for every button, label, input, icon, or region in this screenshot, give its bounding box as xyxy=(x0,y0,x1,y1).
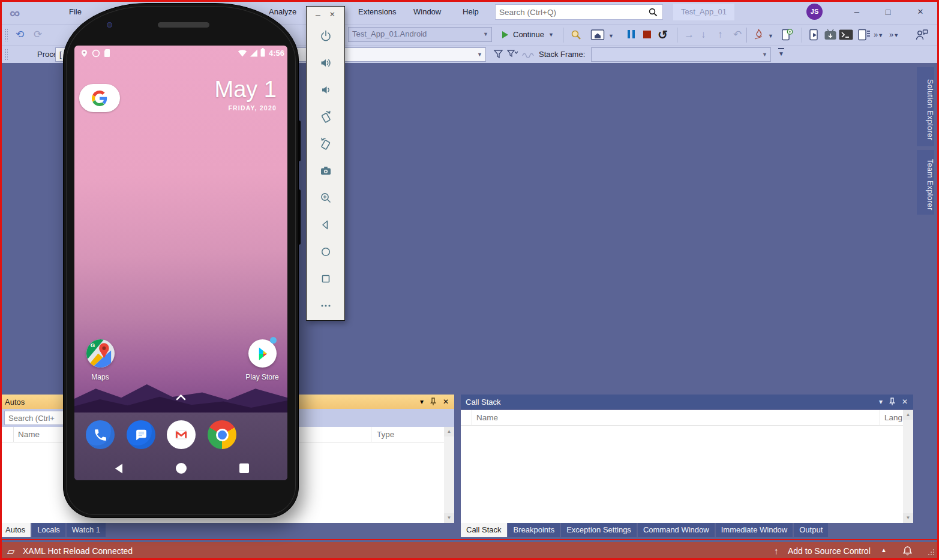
window-maximize-button[interactable]: □ xyxy=(875,0,901,24)
toolbar-grip[interactable] xyxy=(4,28,8,41)
emulator-back-icon[interactable] xyxy=(307,211,344,238)
chevron-up-icon[interactable]: ▲ xyxy=(881,547,887,553)
filter-dropdown-icon[interactable] xyxy=(507,49,518,59)
emulator-power-icon[interactable] xyxy=(307,22,344,49)
tab-autos[interactable]: Autos xyxy=(0,523,31,537)
panel-close-icon[interactable]: ✕ xyxy=(902,395,908,409)
navigate-back-icon[interactable]: ⟲ xyxy=(16,29,24,40)
stop-debugging-button[interactable] xyxy=(643,31,651,38)
toolbar-overflow-icon[interactable]: ▼ xyxy=(778,48,784,58)
emulator-volume-up-icon[interactable] xyxy=(307,49,344,76)
menu-extensions[interactable]: Extensions xyxy=(355,0,400,24)
play-store-app-icon[interactable] xyxy=(248,339,277,368)
step-over-icon[interactable]: → xyxy=(684,29,694,40)
emulator-volume-down-icon[interactable] xyxy=(307,76,344,103)
extensions-dropdown-icon[interactable]: »▼ xyxy=(889,30,899,39)
console-icon[interactable] xyxy=(839,29,853,40)
filter-icon[interactable] xyxy=(493,49,503,59)
tab-call-stack[interactable]: Call Stack xyxy=(461,523,507,537)
tab-output[interactable]: Output xyxy=(794,523,828,537)
gmail-app-icon[interactable] xyxy=(167,420,196,449)
tab-immediate-window[interactable]: Immediate Window xyxy=(716,523,793,537)
restart-icon[interactable]: ↺ xyxy=(658,29,668,41)
callstack-column-language[interactable]: Lang xyxy=(884,410,902,426)
device-log-icon[interactable] xyxy=(857,28,871,41)
phone-screen[interactable]: 4:56 May 1 FRIDAY, 2020 G xyxy=(74,46,287,480)
panel-close-icon[interactable]: ✕ xyxy=(443,395,449,409)
window-minimize-button[interactable]: – xyxy=(844,0,870,24)
chrome-app-icon[interactable] xyxy=(208,420,236,449)
nav-overview-button[interactable] xyxy=(239,463,249,473)
emulator-more-icon[interactable] xyxy=(307,292,344,319)
messages-app-icon[interactable] xyxy=(127,420,155,449)
user-avatar[interactable]: JS xyxy=(806,4,823,20)
sidebar-tab-team-explorer[interactable]: Team Explorer xyxy=(917,150,934,215)
search-solution-icon[interactable] xyxy=(570,29,583,41)
emulator-zoom-icon[interactable] xyxy=(307,184,344,211)
suspend-threads-icon[interactable] xyxy=(522,50,534,58)
callstack-column-name[interactable]: Name xyxy=(476,410,498,426)
autos-column-type[interactable]: Type xyxy=(377,427,394,442)
apply-changes-device-icon[interactable] xyxy=(780,28,793,41)
launch-app-device-icon[interactable] xyxy=(808,28,821,41)
app-drawer-chevron-icon[interactable] xyxy=(176,394,186,401)
panel-options-chevron-icon[interactable]: ▾ xyxy=(420,395,424,409)
scroll-up-icon[interactable]: ▲ xyxy=(444,427,454,436)
add-to-source-control-button[interactable]: Add to Source Control xyxy=(788,546,871,556)
autos-column-name[interactable]: Name xyxy=(18,427,40,442)
stack-frame-dropdown[interactable]: ▼ xyxy=(591,47,771,62)
resize-grip[interactable] xyxy=(927,548,935,556)
send-feedback-icon[interactable] xyxy=(914,28,929,41)
phone-app-icon[interactable] xyxy=(86,420,115,449)
scroll-up-icon[interactable]: ▲ xyxy=(903,410,913,420)
sidebar-tab-solution-explorer[interactable]: Solution Explorer xyxy=(917,67,934,146)
search-input[interactable] xyxy=(499,5,643,19)
emulator-screenshot-icon[interactable] xyxy=(307,157,344,184)
tab-exception-settings[interactable]: Exception Settings xyxy=(561,523,637,537)
scroll-down-icon[interactable]: ▼ xyxy=(903,513,913,523)
pause-button[interactable] xyxy=(628,30,635,38)
chevron-down-icon[interactable]: ▼ xyxy=(608,33,614,39)
maps-app-icon[interactable]: G xyxy=(86,339,115,368)
date-widget[interactable]: May 1 FRIDAY, 2020 xyxy=(215,77,277,112)
pin-icon[interactable] xyxy=(889,398,896,406)
menu-help[interactable]: Help xyxy=(460,0,482,24)
tab-command-window[interactable]: Command Window xyxy=(638,523,715,537)
tab-locals[interactable]: Locals xyxy=(32,523,65,537)
show-all-frames-icon[interactable] xyxy=(590,29,605,41)
chevron-down-icon[interactable]: ▼ xyxy=(768,33,773,39)
step-into-icon[interactable]: ↓ xyxy=(701,29,706,40)
menu-window[interactable]: Window xyxy=(410,0,444,24)
tab-breakpoints[interactable]: Breakpoints xyxy=(508,523,560,537)
step-out-icon[interactable]: ↑ xyxy=(718,29,723,40)
emulator-rotate-left-icon[interactable] xyxy=(307,103,344,130)
run-configuration-dropdown[interactable]: Test_App_01.Android▼ xyxy=(348,27,492,42)
tab-watch-1[interactable]: Watch 1 xyxy=(67,523,106,537)
autos-scrollbar[interactable]: ▲ ▼ xyxy=(444,427,454,523)
window-close-button[interactable]: ✕ xyxy=(907,0,934,24)
hot-reload-icon[interactable] xyxy=(752,28,764,41)
emulator-minimize-icon[interactable]: – xyxy=(316,10,320,19)
nav-home-button[interactable] xyxy=(176,463,187,474)
pin-icon[interactable] xyxy=(430,398,437,406)
emulator-home-icon[interactable] xyxy=(307,238,344,265)
scroll-down-icon[interactable]: ▼ xyxy=(444,513,454,523)
emulator-rotate-right-icon[interactable] xyxy=(307,130,344,157)
callstack-panel-header[interactable]: Call Stack ▾ ✕ xyxy=(461,395,913,409)
notifications-bell-icon[interactable] xyxy=(902,546,913,556)
menu-file[interactable]: File xyxy=(66,0,85,24)
feedback-title-button[interactable]: Test_App_01 xyxy=(673,4,734,20)
google-search-widget[interactable] xyxy=(79,84,120,112)
callstack-grid[interactable]: Name Lang ▲ ▼ xyxy=(461,410,913,523)
navigate-forward-icon[interactable]: ⟳ xyxy=(34,29,42,40)
profiler-dropdown-icon[interactable]: »▼ xyxy=(874,30,883,39)
deploy-android-icon[interactable] xyxy=(823,28,838,41)
toolbar-grip[interactable] xyxy=(4,49,8,61)
emulator-close-icon[interactable]: ✕ xyxy=(329,11,335,18)
callstack-scrollbar[interactable]: ▲ ▼ xyxy=(903,410,913,523)
continue-button[interactable]: Continue ▼ xyxy=(502,27,564,42)
run-to-cursor-icon[interactable]: ↶ xyxy=(733,29,742,40)
nav-back-button[interactable] xyxy=(114,463,124,474)
emulator-overview-icon[interactable] xyxy=(307,265,344,292)
quick-search-box[interactable] xyxy=(495,4,663,20)
